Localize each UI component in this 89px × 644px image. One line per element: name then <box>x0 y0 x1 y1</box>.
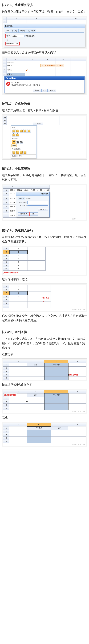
cursor-label: 按shift的光标形状 <box>3 272 18 274</box>
find-input[interactable]: .* <box>28 201 48 204</box>
tip20-screenshot2: 出现虚线时松开 A B C D 1 编号 产品名称 2 3 ✥ 4 <box>2 389 87 414</box>
tip20-step1: 放在边线 <box>2 352 87 356</box>
tip17-desc: 选取公式所在区域，复制 - 粘贴 - 粘贴为数值 <box>2 108 87 112</box>
tip18-screenshot: ABCDEF 1636.69621.2213.3973.95659.64694.… <box>2 184 87 222</box>
tip16-screenshot1: A B C D 1 数据有效性 设置 输入信息 出错警告 输入法模式 <box>2 16 87 49</box>
tip16-desc1: 选取要防止重复录入的单元格区域，数据 - 有效性 - 自定义 - 公式： <box>2 10 87 14</box>
tip19-screenshot2: 53 64 75 85 向下拖拉 9↓ 10 ⬍ 11 微信号：e/cec、fe… <box>2 284 87 312</box>
fr-tab-find[interactable]: 查找(D) <box>18 197 25 200</box>
paste-header: 粘贴 <box>12 126 36 129</box>
drag-cursor-icon: ⬍ <box>9 301 11 304</box>
replace-input[interactable] <box>28 206 48 206</box>
fr-tab-replace[interactable]: 替换(P) <box>25 197 32 200</box>
paste-dropdown: 粘贴 粘贴数值 123 12̱3̱ <box>11 126 37 158</box>
dashed-callout: 出现虚线时松开 <box>4 394 17 396</box>
replace-all-button[interactable]: 全部替换(A) <box>18 212 29 216</box>
error-dialog: Microsoft Excel ✕ 输入值非法。 其他用户已经限定了可以输入该单… <box>4 76 85 93</box>
paste-ctrl-button[interactable]: 📋 (Ctrl) ▾ <box>33 122 43 125</box>
tip20-step3: 完成 <box>2 416 87 420</box>
options-button[interactable]: 选项(T) >> <box>38 208 48 211</box>
paste-values-button[interactable]: 123 <box>12 140 16 144</box>
ignore-blank-check[interactable]: ☑ 忽略空值(B) <box>25 35 35 37</box>
data-validation-dialog: 数据有效性 设置 输入信息 出错警告 输入法模式 允许(A): 自定义 ▾ ☑ … <box>4 24 85 47</box>
paste-opt-6[interactable] <box>12 133 16 137</box>
col-a: A <box>7 17 26 20</box>
paste-opt-7[interactable] <box>16 133 19 137</box>
paste-other-1[interactable] <box>12 151 16 154</box>
tab-input-msg[interactable]: 输入信息 <box>11 29 19 32</box>
find-replace-dialog: 查找和替换 查找(D) 替换(P) 查找内容(N): .* 替换 <box>16 192 50 218</box>
cancel-button[interactable]: 取消 <box>41 89 48 92</box>
dialog-title: 数据有效性 <box>4 24 85 28</box>
tip16-title: 技巧16、防止重复录入 <box>2 2 87 8</box>
tip20-screenshot1: A B C D 1 编号 产品名称 2 3 4 ✥ 放在边线处 5 <box>2 358 87 381</box>
paste-other-4[interactable] <box>24 151 27 154</box>
formula-label: 公式(F) <box>5 39 10 42</box>
paste-other-3[interactable] <box>20 151 23 154</box>
tip20-desc1: 在下面的表中，选取C列，光标放在边线处，按shift同时按下鼠标左键不松，拖动到… <box>2 336 87 350</box>
find-label: 查找内容(N): <box>18 202 27 204</box>
replace-button[interactable]: 替换(R) <box>30 212 38 216</box>
tip18-title: 技巧18、小数变整数 <box>2 166 87 171</box>
edge-callout: 放在边线处 <box>69 373 78 376</box>
watermark: 微信号：e/cec、fefe <box>3 218 86 220</box>
error-title: Microsoft Excel <box>5 76 84 80</box>
watermark4: 微信号：e/cec、fefe <box>3 443 86 446</box>
col-b: B <box>26 17 46 20</box>
data-table: ABCDEF 1636.69621.2213.3973.95659.64694.… <box>3 185 50 218</box>
tip19-desc1: 当你选取行并把光标放在右下角，按下shift键时，你会发现光标会变成如下图所示形… <box>2 235 87 244</box>
paste-values-header: 粘贴数值 <box>12 137 36 140</box>
replace-label: 替换为(E): <box>18 204 27 207</box>
tip18-desc: 选取数字区域，ctrl+h打开替换窗口，查找 .* ，替换留空。然后点全部替换即… <box>2 173 87 182</box>
paste-opt-5[interactable] <box>27 129 31 132</box>
error-msg1: 输入值非法。 <box>12 82 41 84</box>
tip16-desc2: 如果重复录入，会提示错误并清除录入内容 <box>2 50 87 54</box>
paste-opt-3[interactable] <box>20 129 23 132</box>
retry-button[interactable]: 重试(R) <box>33 89 41 92</box>
tip16-screenshot2: A B C D E 1牛肉馅饼 2虾皮水 录入相同的姓名时就会提示错误 3青菜肉… <box>2 56 87 95</box>
tip19-screenshot1: 44 55 66 77 88 99 1010 按shift的光标形状 <box>2 246 87 276</box>
callout-error: 录入相同的姓名时就会提示错误 <box>40 64 64 67</box>
tab-error[interactable]: 出错警告 <box>19 29 27 32</box>
tip20-step2: 按左键不松拖动到B列前 <box>2 382 87 387</box>
tip17-title: 技巧17、公式转数值 <box>2 101 87 106</box>
fr-title: 查找和替换 <box>16 192 49 196</box>
tip20-title: 技巧20、两列互换 <box>2 330 87 334</box>
formula-input[interactable]: =countif(A:A,A2)=1 <box>6 43 19 45</box>
tip19-desc3: 你会发现你拖多少行，就会插入多少个空行。这种插入方法比选取一定数量的行再插入更加… <box>2 314 87 322</box>
tip20-screenshot3: A B C D 1 产品名称 编号 2 3 4 5 微信号：e/cec、fefe <box>2 422 87 447</box>
help-button[interactable]: 帮助(H) <box>48 89 56 92</box>
allow-label: 允许(A): <box>6 35 11 37</box>
paste-values-src[interactable]: 1͟2͟3͟ <box>20 140 23 144</box>
paste-opt-2[interactable] <box>16 129 19 132</box>
paste-tooltip: 值(V) <box>12 144 17 147</box>
paste-opt-1[interactable] <box>12 129 16 132</box>
tip17-screenshot: 14 15 16 📋 (Ctrl) ▾ 粘贴 <box>2 114 87 160</box>
move-cursor-icon2: ✥ <box>26 400 28 403</box>
paste-values-fmt[interactable]: 12̱3̱ <box>16 140 19 144</box>
watermark3: 微信号：e/cec、fefe <box>3 410 86 413</box>
tip19-desc2: 这时你可以向下拖拉 <box>2 277 87 282</box>
col-c: C <box>46 17 66 20</box>
col-d: D <box>66 17 86 20</box>
other-paste-header: 其他粘贴选项 <box>12 148 36 150</box>
arrow-icon: ↙ <box>26 68 29 72</box>
arrow-down-icon: ↓ <box>42 298 44 304</box>
tip19-title: 技巧19、快速插入多行 <box>2 228 87 233</box>
error-msg2: 其他用户已经限定了可以输入该单元格的数值。 <box>12 84 41 86</box>
paste-other-2[interactable] <box>16 151 19 154</box>
paste-opt-4[interactable] <box>24 129 27 132</box>
allow-select[interactable]: 自定义 ▾ <box>12 35 25 38</box>
watermark2: 微信号：e/cec、fefe <box>3 308 86 311</box>
tab-ime[interactable]: 输入法模式 <box>27 29 36 32</box>
tab-settings[interactable]: 设置 <box>5 29 11 32</box>
paste-special-item[interactable]: 选择性粘贴(S)... <box>12 154 36 158</box>
error-icon: ✕ <box>6 82 10 86</box>
